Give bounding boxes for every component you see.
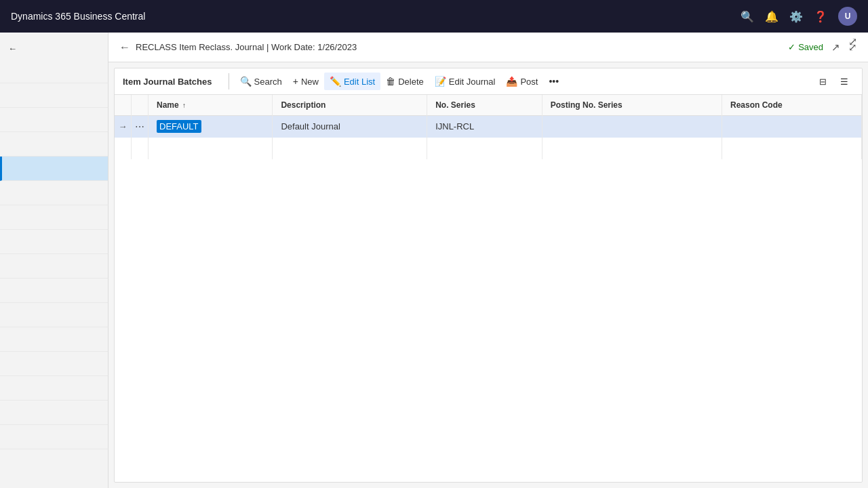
settings-icon[interactable]: ⚙️	[789, 10, 803, 23]
description-value: Default Journal	[281, 121, 340, 131]
table-body: → ⋯ DEFAULT Default Journal IJN	[115, 116, 862, 159]
sidebar-item[interactable]	[0, 254, 108, 279]
sidebar-item[interactable]	[0, 132, 108, 157]
cell-posting-no-series[interactable]	[542, 116, 722, 138]
new-label: New	[301, 77, 319, 87]
checkmark-icon: ✓	[788, 42, 795, 52]
filter-button[interactable]: ⊟	[814, 73, 832, 90]
cell-reason-code[interactable]	[722, 116, 862, 138]
main-layout: ← ← RECLASS Item Reclass. Jou	[0, 33, 868, 488]
cell-name-empty[interactable]	[149, 138, 273, 159]
post-button[interactable]: 📤 Post	[500, 73, 543, 90]
cell-description-empty[interactable]	[273, 138, 427, 159]
top-bar-right: 🔍 🔔 ⚙️ ❓ U	[741, 7, 857, 26]
sidebar-item[interactable]	[0, 157, 108, 181]
more-button[interactable]: •••	[543, 73, 564, 90]
sidebar-item[interactable]	[0, 83, 108, 108]
sidebar-back-button[interactable]: ←	[0, 38, 108, 59]
table-container: Name ↑ Description No. Series Posting No…	[115, 95, 862, 482]
journal-batches-table: Name ↑ Description No. Series Posting No…	[115, 95, 862, 159]
row-arrow-header	[115, 95, 132, 116]
panel-header-left: ← RECLASS Item Reclass. Journal | Work D…	[119, 41, 357, 54]
col-reason-code-header[interactable]: Reason Code	[722, 95, 862, 116]
col-no-series-header[interactable]: No. Series	[427, 95, 542, 116]
avatar[interactable]: U	[838, 7, 857, 26]
edit-journal-button[interactable]: 📝 Edit Journal	[429, 73, 501, 90]
filter-icon: ⊟	[819, 77, 827, 87]
cell-no-series[interactable]: IJNL-RCL	[427, 116, 542, 138]
sidebar-item[interactable]	[0, 108, 108, 132]
sidebar-item[interactable]	[0, 59, 108, 83]
search-icon: 🔍	[240, 76, 252, 87]
name-value: DEFAULT	[157, 120, 201, 133]
edit-journal-label: Edit Journal	[449, 77, 496, 87]
content-area: ← RECLASS Item Reclass. Journal | Work D…	[108, 33, 868, 488]
sidebar-item[interactable]	[0, 327, 108, 352]
sidebar-item[interactable]	[0, 401, 108, 425]
sidebar-item[interactable]	[0, 376, 108, 401]
toolbar-right: ⊟ ☰	[814, 73, 854, 90]
sidebar-item[interactable]	[0, 205, 108, 230]
context-menu-icon[interactable]: ⋯	[135, 121, 144, 132]
row-arrow: →	[115, 116, 132, 138]
cell-name[interactable]: DEFAULT	[149, 116, 273, 138]
fullscreen-button[interactable]: ⤢	[848, 35, 857, 48]
table-header: Name ↑ Description No. Series Posting No…	[115, 95, 862, 116]
help-icon[interactable]: ❓	[814, 10, 827, 23]
col-name-header[interactable]: Name ↑	[149, 95, 273, 116]
row-menu-empty	[132, 138, 149, 159]
sidebar-item[interactable]	[0, 425, 108, 449]
col-posting-no-series-label: Posting No. Series	[551, 100, 623, 110]
panel-back-button[interactable]: ←	[119, 41, 130, 54]
table-row-empty[interactable]	[115, 138, 862, 159]
saved-label: Saved	[798, 42, 823, 52]
open-external-button[interactable]: ↗	[831, 41, 840, 54]
toolbar: Item Journal Batches 🔍 Search + New ✏️ E…	[115, 68, 862, 95]
sort-asc-icon: ↑	[182, 102, 186, 109]
sidebar-item[interactable]	[0, 303, 108, 327]
row-context-menu[interactable]: ⋯	[132, 116, 149, 138]
col-name-label: Name	[157, 100, 179, 110]
top-navigation-bar: Dynamics 365 Business Central 🔍 🔔 ⚙️ ❓ U	[0, 0, 868, 33]
new-button[interactable]: + New	[288, 73, 324, 90]
search-button[interactable]: 🔍 Search	[235, 73, 288, 90]
table-row[interactable]: → ⋯ DEFAULT Default Journal IJN	[115, 116, 862, 138]
new-icon: +	[293, 76, 298, 87]
post-label: Post	[520, 77, 538, 87]
search-icon[interactable]: 🔍	[741, 10, 754, 23]
notification-icon[interactable]: 🔔	[765, 10, 778, 23]
edit-list-icon: ✏️	[330, 76, 341, 87]
search-label: Search	[254, 77, 282, 87]
sidebar-item[interactable]	[0, 279, 108, 303]
sidebar: ←	[0, 33, 108, 488]
cell-reason-code-empty[interactable]	[722, 138, 862, 159]
col-description-header[interactable]: Description	[273, 95, 427, 116]
content-panel: Item Journal Batches 🔍 Search + New ✏️ E…	[114, 68, 863, 483]
panel-header-right: ✓ Saved ↗ ⤢	[788, 41, 857, 54]
columns-icon: ☰	[840, 77, 848, 87]
sidebar-item[interactable]	[0, 230, 108, 254]
delete-icon: 🗑	[386, 76, 395, 87]
cell-no-series-empty[interactable]	[427, 138, 542, 159]
row-arrow-empty	[115, 138, 132, 159]
cell-posting-no-series-empty[interactable]	[542, 138, 722, 159]
columns-button[interactable]: ☰	[835, 73, 854, 90]
delete-button[interactable]: 🗑 Delete	[380, 73, 429, 90]
sidebar-item[interactable]	[0, 181, 108, 205]
toolbar-divider	[229, 73, 229, 89]
more-icon: •••	[549, 76, 559, 87]
post-icon: 📤	[506, 76, 517, 87]
row-menu-header	[132, 95, 149, 116]
edit-journal-icon: 📝	[435, 76, 446, 87]
top-bar-left: Dynamics 365 Business Central	[11, 11, 145, 22]
col-posting-no-series-header[interactable]: Posting No. Series	[542, 95, 722, 116]
cell-description[interactable]: Default Journal	[273, 116, 427, 138]
edit-list-label: Edit List	[344, 77, 375, 87]
delete-label: Delete	[398, 77, 424, 87]
sidebar-items	[0, 59, 108, 449]
panel-header: ← RECLASS Item Reclass. Journal | Work D…	[108, 33, 868, 62]
col-description-label: Description	[281, 100, 326, 110]
fullscreen-icon: ⤢	[848, 36, 857, 47]
sidebar-item[interactable]	[0, 352, 108, 376]
edit-list-button[interactable]: ✏️ Edit List	[324, 73, 380, 90]
